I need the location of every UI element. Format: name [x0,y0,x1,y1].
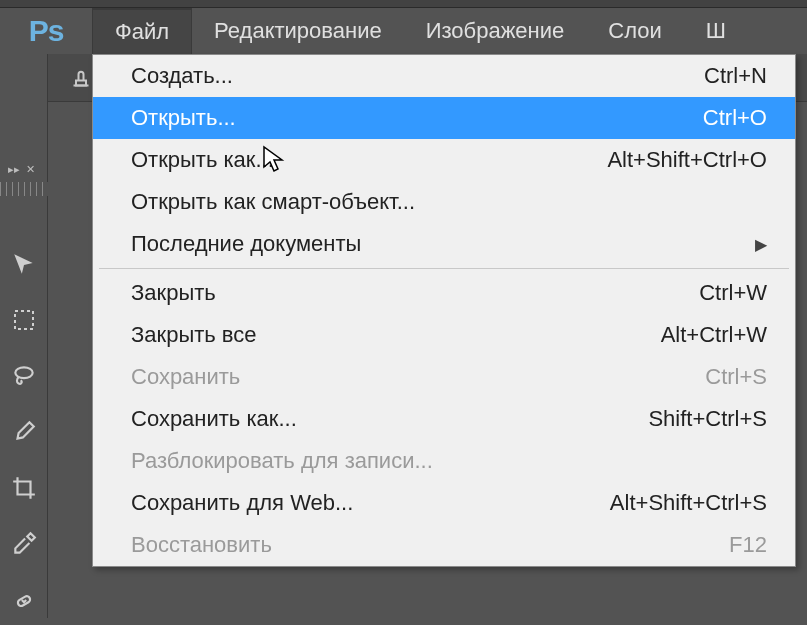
menu-item-recent[interactable]: Последние документы ▶ [93,223,795,265]
move-tool[interactable] [6,246,42,282]
menu-more[interactable]: Ш [684,8,748,54]
menu-item-shortcut: Shift+Ctrl+S [648,406,767,432]
menu-item-label: Восстановить [131,532,272,558]
menu-item-label: Открыть... [131,105,236,131]
menu-item-revert[interactable]: Восстановить F12 [93,524,795,566]
menu-item-close-all[interactable]: Закрыть все Alt+Ctrl+W [93,314,795,356]
menu-item-label: Создать... [131,63,233,89]
marquee-tool[interactable] [6,302,42,338]
menu-item-label: Последние документы [131,231,361,257]
menu-item-shortcut: F12 [729,532,767,558]
menu-item-new[interactable]: Создать... Ctrl+N [93,55,795,97]
panel-tabs[interactable]: ▸▸ ✕ [0,158,48,180]
menu-item-save-web[interactable]: Сохранить для Web... Alt+Shift+Ctrl+S [93,482,795,524]
menubar: Ps Файл Редактирование Изображение Слои … [0,8,807,54]
menu-item-shortcut: Ctrl+S [705,364,767,390]
menu-layers[interactable]: Слои [586,8,684,54]
titlebar [0,0,807,8]
menu-item-label: Открыть как... [131,147,274,173]
menu-item-shortcut: Ctrl+N [704,63,767,89]
lasso-tool[interactable] [6,358,42,394]
menu-item-shortcut: Ctrl+W [699,280,767,306]
menu-file[interactable]: Файл [92,8,192,54]
close-icon[interactable]: ✕ [26,163,35,176]
file-menu-dropdown: Создать... Ctrl+N Открыть... Ctrl+O Откр… [92,54,796,567]
menu-edit[interactable]: Редактирование [192,8,404,54]
menu-item-open[interactable]: Открыть... Ctrl+O [93,97,795,139]
crop-tool[interactable] [6,470,42,506]
menu-separator [99,268,789,269]
menu-item-save[interactable]: Сохранить Ctrl+S [93,356,795,398]
menu-image[interactable]: Изображение [404,8,587,54]
expand-icon[interactable]: ▸▸ [8,163,20,176]
svg-rect-0 [15,311,33,329]
menu-item-shortcut: Alt+Shift+Ctrl+O [607,147,767,173]
menu-item-shortcut: Ctrl+O [703,105,767,131]
menu-item-open-as[interactable]: Открыть как... Alt+Shift+Ctrl+O [93,139,795,181]
healing-tool[interactable] [6,582,42,618]
brush-tool[interactable] [6,414,42,450]
eyedropper-tool[interactable] [6,526,42,562]
menu-item-save-as[interactable]: Сохранить как... Shift+Ctrl+S [93,398,795,440]
tools-panel [0,54,48,618]
ruler [0,182,48,196]
menu-item-label: Разблокировать для записи... [131,448,433,474]
menu-item-shortcut: Alt+Shift+Ctrl+S [610,490,767,516]
menu-item-label: Закрыть [131,280,216,306]
menu-item-close[interactable]: Закрыть Ctrl+W [93,272,795,314]
chevron-right-icon: ▶ [755,235,767,254]
app-logo: Ps [0,8,92,54]
menu-item-label: Сохранить для Web... [131,490,353,516]
menu-item-label: Сохранить как... [131,406,297,432]
menu-item-shortcut: Alt+Ctrl+W [661,322,767,348]
menu-item-label: Открыть как смарт-объект... [131,189,415,215]
menu-item-label: Закрыть все [131,322,257,348]
menu-item-open-smart[interactable]: Открыть как смарт-объект... [93,181,795,223]
menu-item-label: Сохранить [131,364,240,390]
menu-item-unlock[interactable]: Разблокировать для записи... [93,440,795,482]
